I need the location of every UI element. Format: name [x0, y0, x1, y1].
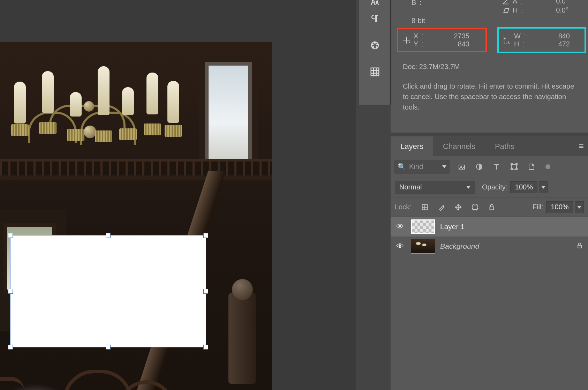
layer-row[interactable]: 👁Layer 1	[391, 217, 588, 237]
layer-filter-kind-label: Kind	[409, 163, 423, 171]
info-wh-row: W :840 H :472	[500, 32, 570, 48]
skew-icon	[499, 7, 513, 14]
swatches-panel-icon[interactable]	[367, 38, 383, 53]
opacity-value[interactable]: 100%	[510, 181, 537, 193]
lock-label: Lock:	[395, 203, 412, 211]
svg-point-3	[376, 47, 377, 48]
layer-row[interactable]: 👁Background	[391, 237, 588, 256]
svg-rect-16	[473, 205, 477, 209]
filter-adjustment-icon[interactable]	[474, 161, 485, 172]
layer-filter-kind-dropdown[interactable]: 🔍 Kind	[394, 160, 450, 174]
svg-rect-18	[578, 245, 581, 248]
chevron-down-icon	[577, 206, 581, 209]
info-b-label: B :	[412, 0, 429, 7]
transform-handle-ne[interactable]	[203, 233, 208, 238]
transform-bounding-box[interactable]	[10, 235, 206, 347]
info-angle-h-value: 0.0°	[530, 6, 568, 14]
info-x-label: X :	[414, 32, 431, 40]
layer-thumbnail[interactable]	[411, 219, 435, 234]
tab-layers[interactable]: Layers	[391, 136, 433, 156]
info-doc-size: Doc: 23.7M/23.7M	[403, 63, 460, 71]
transform-handle-se[interactable]	[203, 345, 208, 350]
artwork-smoke	[10, 384, 73, 390]
svg-point-2	[376, 44, 377, 45]
dimensions-icon	[500, 36, 514, 45]
transform-handle-nw[interactable]	[8, 233, 13, 238]
info-xy-row: X :2735 Y :843	[400, 32, 469, 48]
visibility-toggle-icon[interactable]: 👁	[394, 242, 406, 251]
layer-thumbnail[interactable]	[411, 239, 435, 254]
svg-point-1	[374, 42, 375, 43]
svg-point-4	[372, 47, 374, 48]
info-angle-a-value: 0.0°	[530, 0, 568, 5]
artwork-window-right	[199, 56, 258, 171]
collapsed-panel-dock	[359, 0, 391, 105]
fill-label: Fill:	[533, 203, 543, 211]
info-h-value: 472	[532, 40, 570, 48]
lock-pixels-icon[interactable]	[437, 202, 446, 212]
canvas-area	[0, 0, 356, 390]
info-w-value: 840	[532, 32, 570, 40]
character-panel-icon[interactable]	[367, 0, 383, 9]
info-angle-h-row: H : 0.0°	[499, 6, 568, 14]
info-tool-hint: Click and drag to rotate. Hit enter to c…	[403, 81, 577, 112]
layer-filter-row: 🔍 Kind	[391, 156, 588, 177]
transform-handle-s[interactable]	[106, 345, 111, 350]
info-y-value: 843	[431, 40, 469, 48]
tab-channels[interactable]: Channels	[433, 136, 485, 156]
layer-name[interactable]: Background	[440, 242, 575, 250]
blend-mode-row: Normal Opacity: 100%	[391, 177, 588, 197]
visibility-toggle-icon[interactable]: 👁	[394, 222, 406, 231]
chevron-down-icon	[466, 186, 470, 189]
layers-panel-tabs: Layers Channels Paths ≡	[391, 136, 588, 156]
fill-dropdown-button[interactable]	[575, 201, 584, 213]
opacity-dropdown-button[interactable]	[539, 181, 548, 193]
fill-value[interactable]: 100%	[546, 201, 573, 213]
svg-rect-6	[371, 68, 379, 76]
lock-position-icon[interactable]	[453, 202, 463, 212]
info-w-label: W :	[514, 32, 532, 40]
filter-pixel-icon[interactable]	[456, 161, 467, 172]
filter-shape-icon[interactable]	[508, 161, 520, 172]
transform-handle-n[interactable]	[106, 233, 111, 238]
filter-smartobject-icon[interactable]	[526, 161, 537, 172]
info-b-row: B :	[412, 0, 429, 7]
filter-toggle-icon[interactable]	[545, 164, 550, 169]
document-canvas[interactable]	[0, 42, 272, 390]
chevron-down-icon	[541, 186, 545, 189]
info-bitdepth: 8-bit	[412, 17, 425, 25]
svg-rect-17	[490, 207, 493, 210]
info-x-value: 2735	[431, 32, 469, 40]
lock-all-icon[interactable]	[487, 202, 497, 212]
angle-icon	[499, 0, 513, 5]
blend-mode-dropdown[interactable]: Normal	[395, 181, 475, 194]
transform-handle-sw[interactable]	[8, 345, 13, 350]
info-angle-a-row: A : 0.0°	[499, 0, 568, 5]
layer-name[interactable]: Layer 1	[440, 223, 575, 231]
layer-list: 👁Layer 1👁Background	[391, 217, 588, 256]
crosshair-icon	[400, 36, 414, 45]
lock-row: Lock: Fill: 100%	[391, 197, 588, 217]
info-y-label: Y :	[414, 40, 431, 48]
tab-paths[interactable]: Paths	[485, 136, 524, 156]
info-panel: B : A : 0.0° H : 0.0° 8-bit X :2735 Y :8…	[391, 0, 588, 133]
grid-panel-icon[interactable]	[367, 64, 383, 80]
blend-mode-value: Normal	[399, 183, 422, 191]
transform-handle-e[interactable]	[203, 289, 208, 294]
filter-type-icon[interactable]	[491, 161, 502, 172]
artwork-chandelier	[0, 59, 181, 174]
paragraph-panel-icon[interactable]	[367, 11, 383, 27]
lock-transparency-icon[interactable]	[420, 202, 430, 212]
chevron-down-icon	[442, 165, 446, 168]
info-h-label: H :	[514, 40, 532, 48]
search-icon: 🔍	[398, 163, 406, 171]
lock-artboard-icon[interactable]	[470, 202, 480, 212]
layers-panel: Layers Channels Paths ≡ 🔍 Kind Normal Op…	[391, 136, 588, 390]
artwork-newel-post	[228, 293, 256, 384]
opacity-label: Opacity:	[482, 183, 507, 191]
info-angle-h-label: H :	[513, 6, 530, 14]
panel-menu-icon[interactable]: ≡	[579, 141, 585, 151]
layer-lock-icon[interactable]	[575, 242, 585, 251]
info-bitdepth-value: 8-bit	[412, 17, 425, 25]
transform-handle-w[interactable]	[8, 289, 13, 294]
